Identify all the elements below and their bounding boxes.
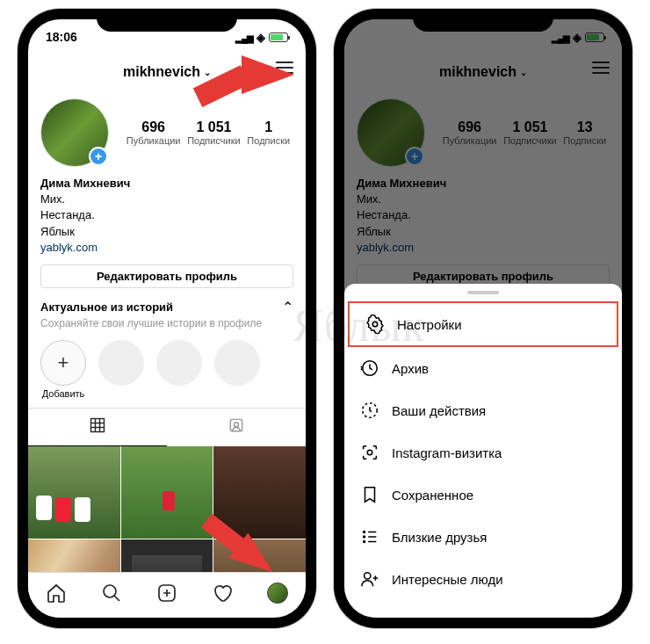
stat-followers-label: Подписчики [187, 135, 241, 146]
stat-posts[interactable]: 696 Публикации [443, 119, 497, 146]
signal-icon [235, 31, 253, 44]
highlight-add[interactable]: + Добавить [40, 340, 86, 399]
profile-stats: 696 Публикации 1 051 Подписчики 1 Подпис… [123, 119, 293, 146]
menu-activity[interactable]: Ваши действия [344, 389, 622, 431]
highlights-title: Актуальное из историй [40, 300, 173, 314]
stat-followers[interactable]: 1 051 Подписчики [503, 119, 557, 146]
bio-line1: Мих. [40, 192, 293, 207]
post-thumbnail[interactable] [28, 446, 120, 539]
highlights-subtitle: Сохраняйте свои лучшие истории в профиле [28, 315, 306, 336]
tagged-icon [228, 416, 245, 434]
discover-people-icon [360, 569, 379, 589]
battery-icon [585, 33, 604, 42]
svg-point-22 [365, 573, 371, 579]
menu-button[interactable] [592, 62, 610, 74]
iphone-notch [413, 9, 553, 32]
stat-posts-number: 696 [126, 119, 181, 135]
nav-activity[interactable] [212, 582, 233, 604]
svg-point-15 [367, 450, 372, 455]
heart-icon [212, 582, 233, 604]
highlights-header[interactable]: Актуальное из историй ⌃ [28, 299, 306, 315]
highlight-add-label: Добавить [40, 388, 86, 399]
profile-avatar-icon [267, 582, 288, 604]
wifi-icon [573, 31, 581, 44]
menu-close-friends[interactable]: Близкие друзья [344, 516, 622, 558]
post-thumbnail[interactable] [213, 446, 306, 539]
menu-settings[interactable]: Настройки [348, 301, 618, 347]
nav-search[interactable] [101, 582, 122, 604]
iphone-notch [97, 9, 237, 32]
menu-saved[interactable]: Сохраненное [344, 474, 622, 516]
svg-rect-5 [230, 419, 242, 431]
battery-icon [269, 33, 288, 42]
sheet-handle[interactable] [467, 291, 499, 294]
highlights-row: + Добавить [28, 336, 306, 408]
tab-tagged[interactable] [167, 409, 306, 446]
stat-following-label: Подписки [563, 135, 606, 146]
tab-grid[interactable] [28, 409, 167, 446]
post-thumbnail[interactable] [121, 446, 213, 539]
stat-followers[interactable]: 1 051 Подписчики [187, 119, 241, 146]
bio-line2: Нестанда. [40, 207, 293, 223]
username-dropdown[interactable]: mikhnevich ⌄ [439, 64, 527, 80]
bio-line1: Мих. [357, 192, 610, 207]
stat-posts-number: 696 [443, 119, 497, 135]
nav-new-post[interactable] [156, 582, 177, 604]
chevron-down-icon: ⌄ [520, 68, 527, 77]
status-indicators [235, 31, 288, 44]
svg-point-7 [104, 585, 116, 597]
status-indicators [552, 31, 604, 44]
profile-avatar[interactable]: + [357, 98, 425, 167]
profile-stats: 696 Публикации 1 051 Подписчики 13 Подпи… [439, 119, 610, 146]
nav-profile[interactable] [267, 582, 288, 604]
menu-nametag[interactable]: Instagram-визитка [344, 431, 622, 474]
home-icon [46, 582, 67, 604]
wifi-icon [256, 31, 265, 44]
add-story-icon[interactable]: + [405, 147, 424, 166]
stat-following-label: Подписки [247, 135, 290, 146]
username-dropdown[interactable]: mikhnevich ⌄ [123, 64, 211, 80]
svg-point-16 [364, 532, 365, 533]
bio-link[interactable]: yablyk.com [357, 240, 610, 256]
menu-discover[interactable]: Интересные люди [344, 558, 622, 600]
svg-rect-0 [91, 418, 105, 431]
plus-icon: + [40, 340, 86, 386]
stat-following[interactable]: 1 Подписки [247, 119, 290, 146]
bio-name: Дима Михневич [40, 176, 293, 192]
svg-point-12 [372, 322, 378, 327]
menu-archive[interactable]: Архив [344, 347, 622, 389]
tutorial-arrow-menu [242, 55, 294, 94]
stat-following-number: 13 [563, 119, 606, 135]
profile-avatar[interactable]: + [40, 98, 109, 167]
menu-settings-label: Настройки [397, 317, 462, 332]
list-icon [360, 527, 379, 546]
menu-archive-label: Архив [392, 361, 429, 376]
gear-icon [365, 315, 385, 334]
stat-following[interactable]: 13 Подписки [563, 119, 606, 146]
profile-header: mikhnevich ⌄ [344, 54, 622, 90]
menu-saved-label: Сохраненное [392, 488, 473, 503]
chevron-up-icon: ⌃ [282, 299, 293, 315]
bio-line2: Нестанда. [357, 207, 610, 223]
nametag-icon [360, 443, 379, 462]
stat-posts[interactable]: 696 Публикации [126, 119, 181, 146]
profile-bio: Дима Михневич Мих. Нестанда. Яблык yably… [28, 176, 306, 264]
menu-nametag-label: Instagram-визитка [392, 445, 502, 460]
bio-line3: Яблык [40, 224, 293, 240]
grid-icon [89, 416, 106, 434]
bio-link[interactable]: yablyk.com [40, 240, 293, 256]
nav-home[interactable] [46, 582, 67, 604]
menu-close-friends-label: Близкие друзья [392, 530, 487, 545]
screen-right: mikhnevich ⌄ + 696 Публикации 1 051 Подп… [344, 19, 622, 618]
menu-sheet: Настройки Архив Ваши действия Instagram-… [344, 284, 622, 618]
svg-line-8 [114, 596, 119, 601]
stat-followers-number: 1 051 [187, 119, 241, 135]
plus-square-icon [156, 582, 177, 604]
svg-point-18 [364, 541, 365, 543]
bookmark-icon [360, 485, 379, 504]
svg-point-6 [235, 423, 239, 427]
edit-profile-button[interactable]: Редактировать профиль [40, 264, 293, 288]
activity-icon [360, 401, 379, 420]
stat-followers-label: Подписчики [503, 135, 557, 146]
add-story-icon[interactable]: + [89, 147, 108, 166]
